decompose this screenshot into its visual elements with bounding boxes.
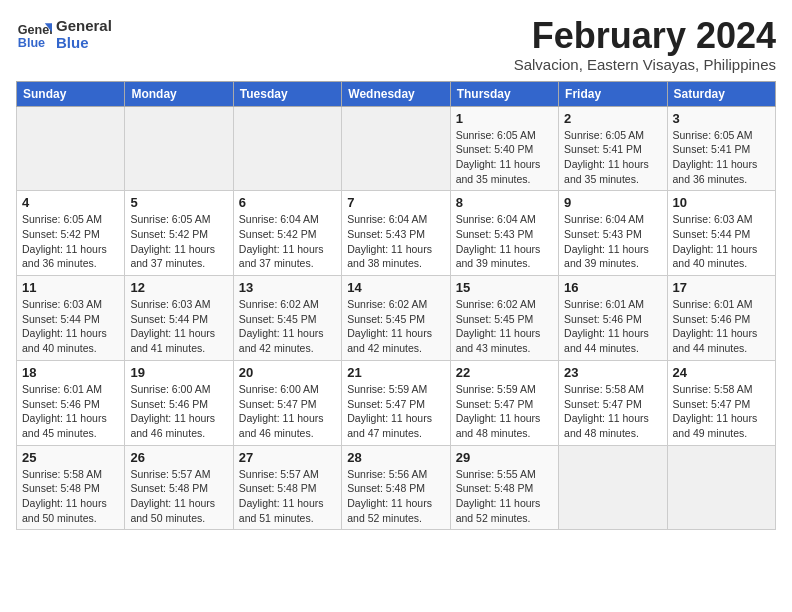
calendar-cell: 11Sunrise: 6:03 AM Sunset: 5:44 PM Dayli…: [17, 276, 125, 361]
day-number: 19: [130, 365, 227, 380]
logo: General Blue General Blue: [16, 16, 112, 52]
day-number: 9: [564, 195, 661, 210]
day-number: 6: [239, 195, 336, 210]
logo-line1: General: [56, 17, 112, 34]
day-number: 29: [456, 450, 553, 465]
calendar-week-row: 25Sunrise: 5:58 AM Sunset: 5:48 PM Dayli…: [17, 445, 776, 530]
header: General Blue General Blue February 2024 …: [16, 16, 776, 73]
day-info: Sunrise: 5:55 AM Sunset: 5:48 PM Dayligh…: [456, 467, 553, 526]
day-number: 28: [347, 450, 444, 465]
day-info: Sunrise: 6:00 AM Sunset: 5:46 PM Dayligh…: [130, 382, 227, 441]
logo-icon: General Blue: [16, 16, 52, 52]
column-header-thursday: Thursday: [450, 81, 558, 106]
day-info: Sunrise: 6:01 AM Sunset: 5:46 PM Dayligh…: [673, 297, 770, 356]
day-number: 24: [673, 365, 770, 380]
calendar-week-row: 4Sunrise: 6:05 AM Sunset: 5:42 PM Daylig…: [17, 191, 776, 276]
column-header-saturday: Saturday: [667, 81, 775, 106]
calendar-cell: 29Sunrise: 5:55 AM Sunset: 5:48 PM Dayli…: [450, 445, 558, 530]
day-number: 15: [456, 280, 553, 295]
day-info: Sunrise: 5:59 AM Sunset: 5:47 PM Dayligh…: [347, 382, 444, 441]
calendar-week-row: 18Sunrise: 6:01 AM Sunset: 5:46 PM Dayli…: [17, 360, 776, 445]
calendar-cell: 24Sunrise: 5:58 AM Sunset: 5:47 PM Dayli…: [667, 360, 775, 445]
day-info: Sunrise: 6:03 AM Sunset: 5:44 PM Dayligh…: [22, 297, 119, 356]
calendar-cell: [17, 106, 125, 191]
calendar-cell: 12Sunrise: 6:03 AM Sunset: 5:44 PM Dayli…: [125, 276, 233, 361]
day-number: 14: [347, 280, 444, 295]
column-header-tuesday: Tuesday: [233, 81, 341, 106]
calendar-header-row: SundayMondayTuesdayWednesdayThursdayFrid…: [17, 81, 776, 106]
calendar-week-row: 1Sunrise: 6:05 AM Sunset: 5:40 PM Daylig…: [17, 106, 776, 191]
day-number: 18: [22, 365, 119, 380]
day-info: Sunrise: 6:04 AM Sunset: 5:43 PM Dayligh…: [347, 212, 444, 271]
calendar-cell: 6Sunrise: 6:04 AM Sunset: 5:42 PM Daylig…: [233, 191, 341, 276]
calendar-cell: 8Sunrise: 6:04 AM Sunset: 5:43 PM Daylig…: [450, 191, 558, 276]
title-area: February 2024 Salvacion, Eastern Visayas…: [514, 16, 776, 73]
day-number: 27: [239, 450, 336, 465]
day-info: Sunrise: 6:00 AM Sunset: 5:47 PM Dayligh…: [239, 382, 336, 441]
calendar-cell: 1Sunrise: 6:05 AM Sunset: 5:40 PM Daylig…: [450, 106, 558, 191]
calendar-cell: 3Sunrise: 6:05 AM Sunset: 5:41 PM Daylig…: [667, 106, 775, 191]
day-info: Sunrise: 6:05 AM Sunset: 5:42 PM Dayligh…: [130, 212, 227, 271]
day-number: 21: [347, 365, 444, 380]
day-info: Sunrise: 5:56 AM Sunset: 5:48 PM Dayligh…: [347, 467, 444, 526]
day-number: 12: [130, 280, 227, 295]
calendar-cell: 15Sunrise: 6:02 AM Sunset: 5:45 PM Dayli…: [450, 276, 558, 361]
svg-text:Blue: Blue: [18, 36, 45, 50]
day-info: Sunrise: 5:57 AM Sunset: 5:48 PM Dayligh…: [239, 467, 336, 526]
day-info: Sunrise: 5:57 AM Sunset: 5:48 PM Dayligh…: [130, 467, 227, 526]
calendar-cell: 17Sunrise: 6:01 AM Sunset: 5:46 PM Dayli…: [667, 276, 775, 361]
calendar-cell: 25Sunrise: 5:58 AM Sunset: 5:48 PM Dayli…: [17, 445, 125, 530]
day-number: 1: [456, 111, 553, 126]
day-info: Sunrise: 6:04 AM Sunset: 5:43 PM Dayligh…: [456, 212, 553, 271]
calendar-cell: 19Sunrise: 6:00 AM Sunset: 5:46 PM Dayli…: [125, 360, 233, 445]
day-info: Sunrise: 6:04 AM Sunset: 5:43 PM Dayligh…: [564, 212, 661, 271]
calendar-cell: 14Sunrise: 6:02 AM Sunset: 5:45 PM Dayli…: [342, 276, 450, 361]
calendar-cell: 5Sunrise: 6:05 AM Sunset: 5:42 PM Daylig…: [125, 191, 233, 276]
day-number: 7: [347, 195, 444, 210]
calendar-cell: 22Sunrise: 5:59 AM Sunset: 5:47 PM Dayli…: [450, 360, 558, 445]
calendar-cell: 18Sunrise: 6:01 AM Sunset: 5:46 PM Dayli…: [17, 360, 125, 445]
column-header-monday: Monday: [125, 81, 233, 106]
day-info: Sunrise: 6:01 AM Sunset: 5:46 PM Dayligh…: [22, 382, 119, 441]
logo-line2: Blue: [56, 34, 112, 51]
day-number: 3: [673, 111, 770, 126]
column-header-friday: Friday: [559, 81, 667, 106]
day-number: 2: [564, 111, 661, 126]
day-info: Sunrise: 6:05 AM Sunset: 5:40 PM Dayligh…: [456, 128, 553, 187]
calendar-cell: 20Sunrise: 6:00 AM Sunset: 5:47 PM Dayli…: [233, 360, 341, 445]
day-number: 22: [456, 365, 553, 380]
month-title: February 2024: [514, 16, 776, 56]
calendar-cell: [233, 106, 341, 191]
calendar-cell: 13Sunrise: 6:02 AM Sunset: 5:45 PM Dayli…: [233, 276, 341, 361]
day-info: Sunrise: 5:58 AM Sunset: 5:47 PM Dayligh…: [673, 382, 770, 441]
day-number: 5: [130, 195, 227, 210]
column-header-wednesday: Wednesday: [342, 81, 450, 106]
day-info: Sunrise: 6:05 AM Sunset: 5:42 PM Dayligh…: [22, 212, 119, 271]
day-number: 20: [239, 365, 336, 380]
day-info: Sunrise: 5:58 AM Sunset: 5:47 PM Dayligh…: [564, 382, 661, 441]
day-info: Sunrise: 6:05 AM Sunset: 5:41 PM Dayligh…: [564, 128, 661, 187]
day-info: Sunrise: 6:05 AM Sunset: 5:41 PM Dayligh…: [673, 128, 770, 187]
calendar-cell: 2Sunrise: 6:05 AM Sunset: 5:41 PM Daylig…: [559, 106, 667, 191]
day-info: Sunrise: 6:03 AM Sunset: 5:44 PM Dayligh…: [673, 212, 770, 271]
calendar-cell: 21Sunrise: 5:59 AM Sunset: 5:47 PM Dayli…: [342, 360, 450, 445]
day-number: 17: [673, 280, 770, 295]
day-info: Sunrise: 6:02 AM Sunset: 5:45 PM Dayligh…: [456, 297, 553, 356]
day-number: 23: [564, 365, 661, 380]
day-info: Sunrise: 5:59 AM Sunset: 5:47 PM Dayligh…: [456, 382, 553, 441]
day-number: 13: [239, 280, 336, 295]
calendar-cell: [667, 445, 775, 530]
calendar-cell: [559, 445, 667, 530]
day-info: Sunrise: 6:01 AM Sunset: 5:46 PM Dayligh…: [564, 297, 661, 356]
calendar-cell: 10Sunrise: 6:03 AM Sunset: 5:44 PM Dayli…: [667, 191, 775, 276]
calendar-cell: [342, 106, 450, 191]
calendar-cell: 26Sunrise: 5:57 AM Sunset: 5:48 PM Dayli…: [125, 445, 233, 530]
calendar-table: SundayMondayTuesdayWednesdayThursdayFrid…: [16, 81, 776, 531]
day-info: Sunrise: 6:03 AM Sunset: 5:44 PM Dayligh…: [130, 297, 227, 356]
calendar-cell: 28Sunrise: 5:56 AM Sunset: 5:48 PM Dayli…: [342, 445, 450, 530]
day-number: 4: [22, 195, 119, 210]
subtitle: Salvacion, Eastern Visayas, Philippines: [514, 56, 776, 73]
calendar-cell: 23Sunrise: 5:58 AM Sunset: 5:47 PM Dayli…: [559, 360, 667, 445]
day-info: Sunrise: 5:58 AM Sunset: 5:48 PM Dayligh…: [22, 467, 119, 526]
day-info: Sunrise: 6:02 AM Sunset: 5:45 PM Dayligh…: [347, 297, 444, 356]
